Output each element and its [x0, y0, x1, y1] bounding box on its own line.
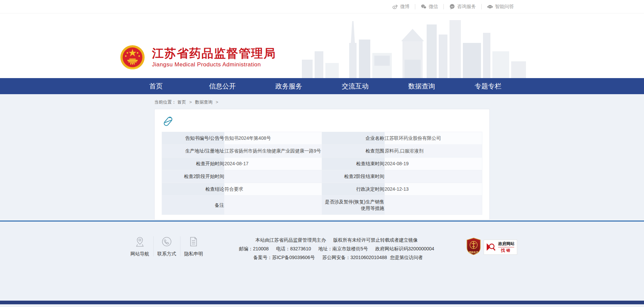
- phone-icon: [154, 236, 180, 248]
- city-skyline-graphic: [302, 19, 530, 78]
- privacy-label: 隐私申明: [180, 251, 207, 257]
- footer-address: 地址：南京市鼓楼街5号: [318, 246, 368, 251]
- wechat-link[interactable]: 微信: [415, 4, 443, 10]
- map-pin-icon: [127, 236, 153, 248]
- inspection-start-value: 2024-08-17: [224, 158, 322, 170]
- consult-service-label: 咨询服务: [457, 4, 476, 10]
- remarks-value: [224, 196, 322, 215]
- contact-label: 联系方式: [154, 251, 180, 257]
- nav-item-interaction[interactable]: 交流互动: [333, 78, 377, 94]
- company-name-value: 江苏联环药业股份有限公司: [384, 132, 482, 145]
- consult-service-link[interactable]: 咨询服务: [444, 4, 481, 10]
- nav-item-special-columns[interactable]: 专题专栏: [466, 78, 510, 94]
- pill-icon-wrap: [162, 115, 482, 132]
- admin-decision-date-label: 行政决定时间: [322, 183, 384, 196]
- site-brand[interactable]: 江苏省药品监督管理局 Jiangsu Medical Products Admi…: [120, 45, 276, 70]
- inspection-conclusion-value: 符合要求: [224, 183, 322, 196]
- breadcrumb-home-link[interactable]: 首页: [177, 100, 186, 105]
- table-row: 检查2阶段开始时间 检查2阶段结束时间: [162, 170, 482, 183]
- wechat-icon: [421, 4, 427, 10]
- nav-item-data-query[interactable]: 数据查询: [400, 78, 443, 94]
- weibo-icon: [392, 4, 398, 10]
- phase2-start-label: 检查2阶段开始时间: [162, 170, 224, 183]
- wechat-label: 微信: [429, 4, 438, 10]
- footer-zip: 邮编：210008: [239, 246, 269, 251]
- table-row: 检查结论 符合要求 行政决定时间 2024-12-13: [162, 183, 482, 196]
- brand-text: 江苏省药品监督管理局 Jiangsu Medical Products Admi…: [152, 47, 276, 68]
- smart-qa-label: 智能问答: [495, 4, 514, 10]
- footer-host-text: 本站由江苏省药品监督管理局主办: [256, 237, 326, 243]
- phase2-end-label: 检查2阶段结束时间: [322, 170, 384, 183]
- site-footer: 网站导航 联系方式: [0, 221, 644, 301]
- site-error-report-badge[interactable]: 政府网站 找错: [484, 240, 517, 255]
- pill-icon: [162, 116, 174, 127]
- table-row: 检查开始时间 2024-08-17 检查结束时间 2024-08-19: [162, 158, 482, 170]
- inspection-detail-table: 告知书编号/公告号 告知书2024年第408号 企业名称 江苏联环药业股份有限公…: [162, 132, 482, 215]
- site-title: 江苏省药品监督管理局: [152, 47, 276, 60]
- site-subtitle: Jiangsu Medical Products Administration: [152, 61, 276, 68]
- footer-line-contact: 邮编：210008 电话：83273610 地址：南京市鼓楼街5号 政府网站标识…: [236, 244, 437, 253]
- footer-police-registration: 苏公网安备：32010602010488: [322, 255, 387, 260]
- footer-visitor-count: 您是第位访问者: [390, 255, 423, 260]
- table-row: 生产地址/注册地址 江苏省扬州市扬州生物健康产业园健康一路9号 检查范围 原料药…: [162, 145, 482, 158]
- table-row: 告知书编号/公告号 告知书2024年第408号 企业名称 江苏联环药业股份有限公…: [162, 132, 482, 145]
- inspection-scope-label: 检查范围: [322, 145, 384, 158]
- badge-gov-site-text: 政府网站: [498, 241, 514, 247]
- phase2-start-value: [224, 170, 322, 183]
- footer-site-code: 政府网站标识码3200000004: [375, 246, 434, 251]
- suspension-measures-value: [384, 196, 482, 215]
- weibo-link[interactable]: 微博: [387, 4, 415, 10]
- breadcrumb-section-link[interactable]: 数据查询: [195, 100, 212, 105]
- site-header: 江苏省药品监督管理局 Jiangsu Medical Products Admi…: [0, 13, 644, 78]
- footer-quick-links: 网站导航 联系方式: [127, 235, 207, 258]
- site-map-label: 网站导航: [127, 251, 153, 257]
- inspection-scope-value: 原料药,口服溶液剂: [384, 145, 482, 158]
- nav-item-info-disclosure[interactable]: 信息公开: [201, 78, 244, 94]
- remarks-label: 备注: [162, 196, 224, 215]
- top-utility-bar: 微博 微信 咨询服务: [0, 0, 644, 13]
- badge-find-error-text: 找错: [498, 247, 514, 253]
- footer-tel: 电话：83273610: [276, 246, 311, 251]
- production-address-value: 江苏省扬州市扬州生物健康产业园健康一路9号: [224, 145, 322, 158]
- party-government-badge[interactable]: 党政机关: [466, 238, 481, 256]
- site-map-link[interactable]: 网站导航: [127, 235, 153, 258]
- notice-number-label: 告知书编号/公告号: [162, 132, 224, 145]
- footer-info: 本站由江苏省药品监督管理局主办 版权所有未经许可禁止转载或者建立镜像 邮编：21…: [236, 235, 437, 262]
- breadcrumb-prefix: 当前位置：: [154, 100, 176, 105]
- production-address-label: 生产地址/注册地址: [162, 145, 224, 158]
- inspection-end-label: 检查结束时间: [322, 158, 384, 170]
- company-name-label: 企业名称: [322, 132, 384, 145]
- suspension-measures-label: 是否涉及暂停(恢复)生产销售使用等措施: [322, 196, 384, 215]
- inspection-end-value: 2024-08-19: [384, 158, 482, 170]
- privacy-link[interactable]: 隐私申明: [180, 235, 207, 258]
- footer-line-host: 本站由江苏省药品监督管理局主办 版权所有未经许可禁止转载或者建立镜像: [236, 236, 437, 244]
- nav-item-gov-services[interactable]: 政务服务: [267, 78, 311, 94]
- footer-copyright-text: 版权所有未经许可禁止转载或者建立镜像: [333, 237, 418, 243]
- nav-item-home[interactable]: 首页: [134, 78, 178, 94]
- inspection-conclusion-label: 检查结论: [162, 183, 224, 196]
- inspection-start-label: 检查开始时间: [162, 158, 224, 170]
- breadcrumb-separator: >: [189, 100, 192, 105]
- detail-panel: 告知书编号/公告号 告知书2024年第408号 企业名称 江苏联环药业股份有限公…: [154, 109, 490, 220]
- notice-number-value: 告知书2024年第408号: [224, 132, 322, 145]
- document-icon: [180, 236, 207, 248]
- weibo-label: 微博: [400, 4, 410, 10]
- phase2-end-value: [384, 170, 482, 183]
- breadcrumb: 当前位置： 首页 > 数据查询 >: [154, 94, 490, 109]
- admin-decision-date-value: 2024-12-13: [384, 183, 482, 196]
- smart-qa-link[interactable]: 智能问答: [482, 4, 519, 10]
- main-navigation: 首页 信息公开 政务服务 交流互动 数据查询 专题专栏: [0, 78, 644, 94]
- magnifier-icon: [486, 242, 496, 252]
- chat-bubble-icon: [449, 4, 455, 10]
- contact-link[interactable]: 联系方式: [154, 235, 180, 258]
- robot-icon: [487, 4, 493, 10]
- bottom-bar: [0, 301, 644, 304]
- footer-line-registration: 备案号：苏ICP备09039606号 苏公网安备：32010602010488您…: [236, 253, 437, 262]
- breadcrumb-separator: >: [216, 100, 218, 105]
- national-emblem-logo: [120, 45, 145, 70]
- table-row: 备注 是否涉及暂停(恢复)生产销售使用等措施: [162, 196, 482, 215]
- footer-badges: 党政机关 政府网站 找错: [466, 235, 517, 256]
- footer-icp: 备案号：苏ICP备09039606号: [253, 255, 315, 260]
- main-content-area: 当前位置： 首页 > 数据查询 > 告知书编号/公告号 告知书2024年第408…: [0, 94, 644, 221]
- svg-text:党政机关: 党政机关: [469, 251, 478, 254]
